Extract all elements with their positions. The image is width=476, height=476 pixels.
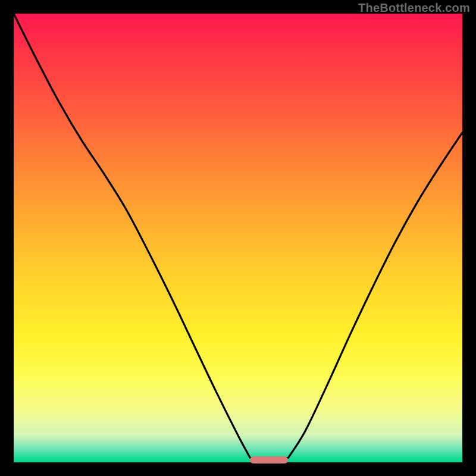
bottleneck-curve-svg xyxy=(14,14,462,462)
optimal-range-marker xyxy=(250,456,288,464)
watermark-text: TheBottleneck.com xyxy=(358,1,470,15)
plot-area xyxy=(14,14,462,462)
chart-frame: TheBottleneck.com xyxy=(0,0,476,476)
bottleneck-curve xyxy=(14,14,462,458)
